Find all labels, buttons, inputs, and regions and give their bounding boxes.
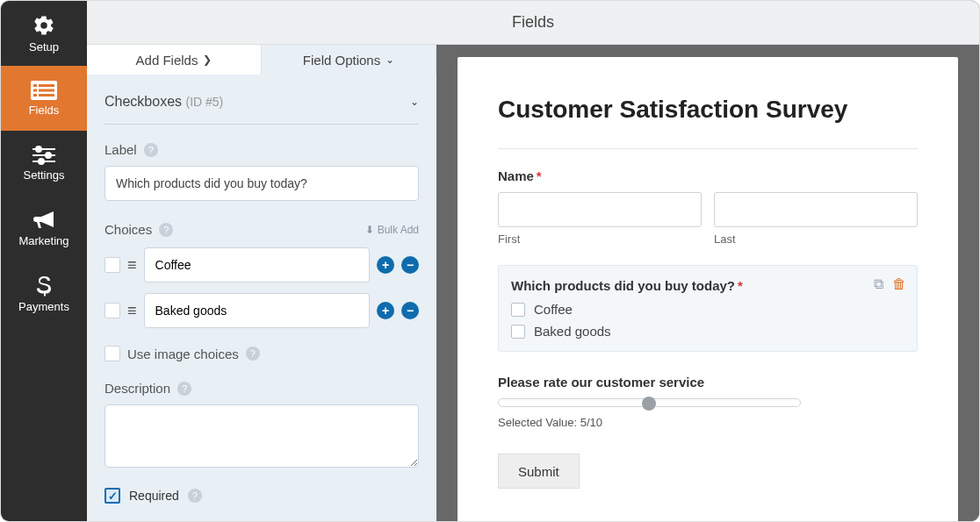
help-icon[interactable]: ? bbox=[188, 489, 202, 503]
choice-input[interactable] bbox=[144, 293, 370, 328]
columns: Add Fields ❯ Field Options ⌄ Checkboxes … bbox=[87, 45, 979, 521]
sidebar-item-fields[interactable]: Fields bbox=[1, 66, 87, 131]
bulk-add-button[interactable]: ⬇ Bulk Add bbox=[365, 224, 419, 236]
field-header[interactable]: Checkboxes (ID #5) ⌄ bbox=[104, 94, 419, 117]
last-name-input[interactable] bbox=[714, 192, 918, 227]
label-row: Label ? bbox=[104, 142, 419, 157]
sidebar-item-marketing[interactable]: Marketing bbox=[1, 196, 87, 261]
required-checkbox[interactable] bbox=[104, 488, 120, 504]
first-name-input[interactable] bbox=[498, 192, 702, 227]
tab-label: Field Options bbox=[303, 53, 380, 68]
tab-add-fields[interactable]: Add Fields ❯ bbox=[87, 45, 262, 75]
remove-choice-button[interactable]: − bbox=[401, 302, 419, 319]
help-icon[interactable]: ? bbox=[246, 347, 260, 361]
help-icon[interactable]: ? bbox=[144, 143, 158, 157]
submit-button[interactable]: Submit bbox=[498, 454, 580, 489]
description-textarea[interactable] bbox=[104, 404, 419, 468]
main-sidebar: Setup Fields Settings Marketing Payments bbox=[1, 1, 87, 521]
required-star: * bbox=[738, 278, 743, 293]
svg-rect-3 bbox=[33, 89, 37, 91]
choice-default-checkbox[interactable] bbox=[104, 257, 120, 273]
question-label: Which products did you buy today?* bbox=[511, 278, 904, 293]
option-label: Coffee bbox=[534, 302, 573, 317]
svg-point-10 bbox=[46, 153, 51, 158]
svg-rect-4 bbox=[39, 89, 54, 91]
label-caption: Label bbox=[104, 142, 137, 157]
drag-handle-icon[interactable]: ≡ bbox=[127, 256, 137, 275]
app-root: Setup Fields Settings Marketing Payments bbox=[0, 0, 980, 522]
label-input[interactable] bbox=[104, 166, 419, 201]
svg-point-8 bbox=[36, 147, 41, 152]
main-area: Fields Add Fields ❯ Field Options ⌄ bbox=[87, 1, 979, 521]
sidebar-item-settings[interactable]: Settings bbox=[1, 131, 87, 196]
help-icon[interactable]: ? bbox=[177, 382, 191, 396]
chevron-right-icon: ❯ bbox=[203, 54, 212, 66]
choice-default-checkbox[interactable] bbox=[104, 303, 120, 318]
bullhorn-icon bbox=[32, 210, 56, 231]
download-icon: ⬇ bbox=[365, 224, 374, 236]
slider-label: Please rate our customer service bbox=[498, 375, 918, 390]
page-title: Fields bbox=[512, 13, 554, 32]
active-field-block[interactable]: ⧉ 🗑 Which products did you buy today?* C… bbox=[498, 265, 918, 352]
field-type: Checkboxes bbox=[104, 94, 182, 109]
tab-field-options[interactable]: Field Options ⌄ bbox=[262, 45, 436, 75]
choices-header: Choices ? ⬇ Bulk Add bbox=[104, 222, 419, 237]
help-icon[interactable]: ? bbox=[159, 223, 173, 237]
svg-rect-2 bbox=[39, 84, 54, 87]
field-id: (ID #5) bbox=[186, 95, 224, 109]
choice-input[interactable] bbox=[144, 247, 370, 282]
sidebar-label: Setup bbox=[29, 40, 59, 54]
image-choices-checkbox[interactable] bbox=[104, 346, 120, 361]
divider bbox=[498, 148, 918, 149]
name-label: Name* bbox=[498, 168, 918, 183]
chevron-down-icon: ⌄ bbox=[410, 96, 419, 108]
name-fields: First Last bbox=[498, 192, 918, 246]
slider-thumb[interactable] bbox=[642, 397, 656, 411]
checkbox-option[interactable]: Coffee bbox=[511, 302, 904, 317]
required-star: * bbox=[537, 168, 542, 183]
slider-field: Please rate our customer service Selecte… bbox=[498, 375, 918, 429]
panel-tabs: Add Fields ❯ Field Options ⌄ bbox=[87, 45, 436, 75]
form-preview: Customer Satisfaction Survey Name* First… bbox=[458, 57, 958, 521]
tab-label: Add Fields bbox=[136, 53, 198, 68]
duplicate-icon[interactable]: ⧉ bbox=[874, 276, 883, 292]
form-title: Customer Satisfaction Survey bbox=[498, 96, 918, 124]
bulk-add-label: Bulk Add bbox=[378, 224, 419, 236]
gear-icon bbox=[32, 14, 55, 37]
field-options-panel: Add Fields ❯ Field Options ⌄ Checkboxes … bbox=[87, 45, 436, 521]
checkbox-icon[interactable] bbox=[511, 325, 525, 339]
sidebar-item-setup[interactable]: Setup bbox=[1, 1, 87, 66]
slider-track[interactable] bbox=[498, 398, 801, 407]
choices-caption: Choices bbox=[104, 222, 152, 237]
remove-choice-button[interactable]: − bbox=[401, 256, 419, 274]
svg-rect-1 bbox=[33, 84, 37, 87]
description-caption: Description bbox=[104, 381, 170, 396]
add-choice-button[interactable]: + bbox=[377, 302, 394, 319]
description-row: Description ? bbox=[104, 381, 419, 396]
drag-handle-icon[interactable]: ≡ bbox=[127, 302, 137, 320]
divider bbox=[104, 124, 419, 125]
first-sublabel: First bbox=[498, 232, 702, 246]
checkbox-icon[interactable] bbox=[511, 303, 525, 317]
add-choice-button[interactable]: + bbox=[377, 256, 394, 274]
topbar: Fields bbox=[87, 1, 979, 45]
trash-icon[interactable]: 🗑 bbox=[892, 276, 906, 292]
slider-value-text: Selected Value: 5/10 bbox=[498, 416, 918, 429]
image-choices-row: Use image choices ? bbox=[104, 346, 419, 361]
choice-row: ≡ + − bbox=[104, 293, 419, 328]
required-label: Required bbox=[129, 489, 179, 503]
option-label: Baked goods bbox=[534, 324, 611, 339]
checkbox-option[interactable]: Baked goods bbox=[511, 324, 904, 339]
sidebar-label: Marketing bbox=[18, 234, 68, 247]
sidebar-item-payments[interactable]: Payments bbox=[1, 261, 87, 325]
sidebar-label: Settings bbox=[24, 168, 65, 182]
list-icon bbox=[31, 81, 57, 100]
required-row: Required ? bbox=[104, 488, 419, 504]
image-choices-label: Use image choices bbox=[127, 347, 239, 361]
field-actions: ⧉ 🗑 bbox=[874, 276, 906, 292]
svg-point-12 bbox=[39, 159, 44, 164]
last-sublabel: Last bbox=[714, 232, 918, 246]
choice-row: ≡ + − bbox=[104, 247, 419, 282]
svg-rect-5 bbox=[33, 94, 37, 97]
sidebar-label: Fields bbox=[29, 104, 60, 117]
